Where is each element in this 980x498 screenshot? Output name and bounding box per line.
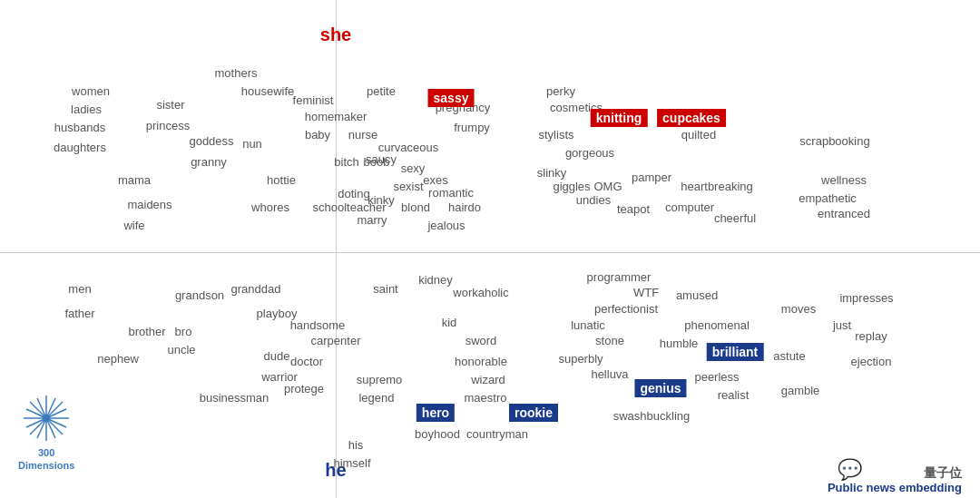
- word-item: wizard: [471, 373, 505, 386]
- word-item: whores: [251, 200, 289, 214]
- word-item: homemaker: [305, 110, 368, 123]
- word-item: handsome: [290, 318, 346, 332]
- dimensions-number: 300: [38, 447, 54, 458]
- highlighted-word-hero: hero: [416, 404, 455, 422]
- caption-text: Public news embedding: [828, 481, 962, 494]
- word-item: cheerful: [714, 211, 756, 225]
- word-item: frumpy: [454, 121, 490, 134]
- word-item: wellness: [821, 173, 867, 187]
- word-item: maidens: [127, 198, 172, 211]
- word-item: nurse: [348, 128, 378, 142]
- word-item: sword: [466, 334, 497, 347]
- word-item: computer: [665, 200, 714, 214]
- word-item: businessman: [200, 391, 270, 405]
- word-item: father: [64, 307, 94, 320]
- word-item: amused: [676, 288, 718, 302]
- word-item: men: [68, 282, 91, 296]
- word-item: perky: [546, 84, 575, 98]
- word-item: scrapbooking: [799, 134, 869, 148]
- word-item: marry: [357, 213, 387, 227]
- word-item: quilted: [681, 128, 716, 142]
- word-item: bitch: [334, 155, 358, 169]
- word-item: feminist: [293, 93, 334, 107]
- word-item: wife: [123, 219, 144, 232]
- word-item: gamble: [781, 384, 820, 397]
- word-item: honorable: [455, 355, 507, 368]
- word-item: dude: [264, 349, 290, 363]
- word-item: pamper: [632, 171, 671, 184]
- word-item: supremo: [357, 373, 403, 386]
- highlighted-word-genius: genius: [634, 379, 686, 397]
- word-item: programmer: [587, 270, 652, 284]
- word-item: countryman: [466, 427, 528, 441]
- word-item: OMG: [593, 180, 622, 193]
- word-item: stylists: [539, 128, 574, 142]
- word-item: slinky: [537, 166, 567, 180]
- highlighted-word-brilliant: brilliant: [707, 343, 764, 361]
- word-item: granny: [191, 155, 227, 169]
- word-item: maestro: [465, 391, 507, 405]
- word-item: carpenter: [311, 334, 361, 347]
- word-item: swashbuckling: [613, 409, 691, 423]
- vertical-axis: [336, 0, 337, 498]
- word-item: sexy: [401, 161, 426, 175]
- word-item: hottie: [267, 173, 296, 187]
- word-item: ejection: [851, 355, 892, 368]
- word-item: goddess: [189, 134, 233, 148]
- word-item: legend: [358, 391, 394, 405]
- word-item: superbly: [558, 352, 603, 366]
- word-item: kidney: [418, 273, 453, 287]
- word-item: heartbreaking: [681, 180, 753, 193]
- word-item: granddad: [231, 282, 281, 296]
- word-item: kinky: [368, 193, 395, 207]
- word-item: housewife: [241, 84, 295, 98]
- word-item: husbands: [54, 121, 105, 134]
- word-item: baby: [305, 128, 330, 142]
- word-item: WTF: [633, 286, 659, 299]
- word-item: exes: [423, 173, 447, 187]
- word-item: perfectionist: [594, 302, 658, 316]
- brand-text: 量子位: [924, 465, 962, 482]
- word-item: entranced: [818, 207, 870, 220]
- word-item: helluva: [591, 367, 628, 381]
- word-item: petite: [367, 84, 396, 98]
- word-item: hairdo: [448, 200, 481, 214]
- horizontal-axis: [0, 252, 980, 253]
- word-item: sexist: [393, 180, 423, 193]
- word-item: astute: [773, 349, 805, 363]
- word-item: stone: [595, 334, 624, 347]
- word-item: replay: [855, 329, 887, 343]
- word-item: blond: [401, 200, 430, 214]
- word-item: mama: [118, 173, 151, 187]
- word-item: kid: [442, 316, 457, 329]
- logo-area: 300 Dimensions: [18, 391, 74, 471]
- word-item: nun: [242, 137, 262, 151]
- word-item: undies: [576, 193, 611, 207]
- burst-icon: [19, 391, 74, 445]
- highlighted-word-knitting: knitting: [591, 109, 648, 127]
- word-item: just: [833, 318, 851, 332]
- word-item: ladies: [71, 103, 102, 116]
- word-item: uncle: [167, 343, 195, 356]
- word-item: his: [348, 438, 364, 452]
- word-item: mothers: [215, 66, 258, 80]
- word-item: phenomenal: [684, 318, 750, 332]
- word-item: daughters: [54, 141, 106, 154]
- dimensions-label: Dimensions: [18, 460, 74, 471]
- word-item: workaholic: [453, 286, 508, 299]
- word-item: women: [72, 84, 110, 98]
- word-item: moves: [781, 302, 816, 316]
- word-item: boob: [364, 155, 390, 169]
- word-item: himself: [333, 456, 370, 470]
- word-item: gorgeous: [565, 146, 614, 160]
- word-item: saint: [373, 282, 397, 296]
- word-item: nephew: [97, 352, 139, 366]
- she-label: she: [320, 24, 351, 45]
- word-item: bro: [175, 325, 192, 338]
- word-item: teapot: [617, 202, 650, 216]
- word-item: sister: [156, 98, 184, 112]
- wechat-icon: 💬: [838, 458, 862, 482]
- highlighted-word-sassy: sassy: [428, 89, 475, 107]
- word-item: grandson: [175, 288, 224, 302]
- word-item: protege: [284, 382, 324, 395]
